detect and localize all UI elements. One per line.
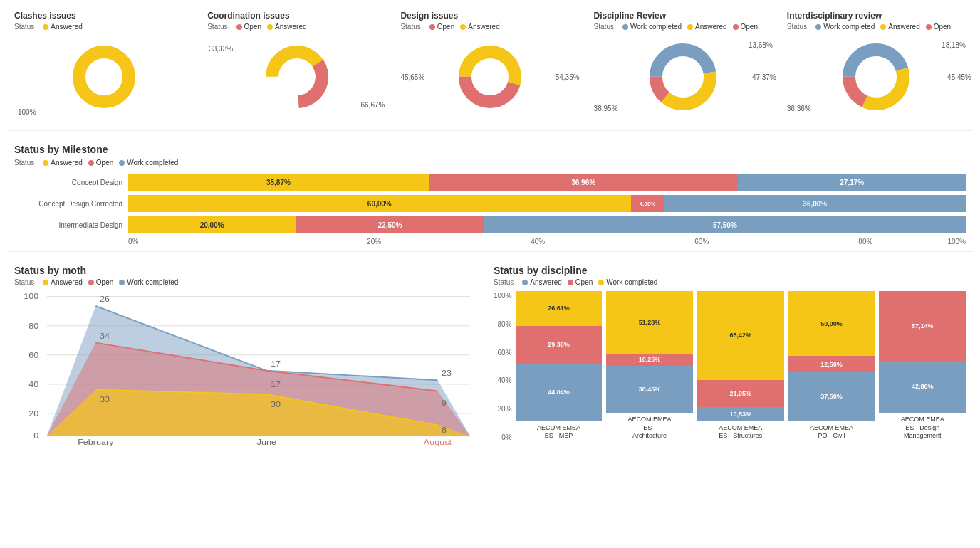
discipline-chart-section: Status by discipline Status Answered Ope… [494,265,966,446]
milestone-label-3: Intermediate Design [14,221,128,229]
milestone-label-2: Concept Design Corrected [14,200,128,208]
clashes-legend: Status Answered [14,23,193,31]
civil-open: 12,50% [788,356,875,372]
y-80: 80% [498,320,512,328]
coordination-legend: Status Open Answered [207,23,386,31]
clashes-label-100: 100% [18,108,36,116]
disc-y-axis: 100% 80% 60% 40% 20% 0% [494,292,516,441]
x-tick-0: 0% [128,238,292,246]
x-tick-40: 40% [456,238,620,246]
milestone-bar-row-3: Intermediate Design 20,00% 22,50% 57,50% [14,216,966,233]
segment-wc-3: 57,50% [484,216,966,233]
design-section: Design issues Status Open Answered [393,7,586,123]
struct-open: 21,05% [697,380,784,407]
milestone-section: Status by Milestone Status Answered Open… [7,138,973,252]
discipline-donut: 13,68% 47,37% 38,95% [594,34,773,120]
x-tick-100: 100% [947,238,966,246]
m-open-dot [88,280,94,285]
svg-text:34: 34 [100,332,110,340]
dm-top: 57,14% [879,291,966,361]
open-dot4 [733,24,739,30]
mep-label: AECOM EMEAES - MEP [516,424,603,441]
inter-label-18: 18,18% [942,41,966,49]
coord-label-33: 33,33% [209,45,233,53]
svg-text:30: 30 [271,400,281,408]
svg-text:23: 23 [442,369,452,377]
discipline-chart-body: 100% 80% 60% 40% 20% 0% 26,61% [494,292,966,441]
milestone-bar-row-1: Concept Design 35,87% 36,96% 27,17% [14,174,966,191]
milestone-track-1: 35,87% 36,96% 27,17% [128,174,966,191]
month-chart-wrapper: 100 80 60 40 20 0 [14,290,486,446]
arch-ans: 38,46% [606,366,693,413]
svg-text:60: 60 [28,352,38,359]
dashboard: Clashes issues Status Answered 100% Coor… [0,0,980,459]
segment-open-3: 22,50% [296,216,484,233]
milestone-bar-chart: Concept Design 35,87% 36,96% 27,17% Conc… [14,174,966,246]
x-tick-60: 60% [620,238,783,246]
y-0: 0% [501,433,511,441]
wc-dot5 [815,24,821,30]
m-wc-dot [119,280,125,285]
month-title: Status by moth [14,265,486,276]
interdisciplinary-section: Interdisciplinary review Status Work com… [780,7,973,123]
bottom-row: Status by moth Status Answered Open Work… [7,259,973,452]
segment-wc-2: 36,00% [664,195,966,212]
segment-open-2: 4,00% [631,195,664,212]
open-dot [236,24,242,30]
ms-ans-dot [43,160,48,166]
mep-wc: 26,61% [516,291,603,326]
inter-label-45: 45,45% [947,73,971,81]
interdisciplinary-legend: Status Work completed Answered Open [787,23,966,31]
struct-ans: 10,53% [697,407,784,421]
coordination-section: Coordination issues Status Open Answered [200,7,393,123]
y-100: 100% [494,292,512,300]
discipline-section: Discipline Review Status Work completed … [587,7,780,123]
svg-text:100: 100 [24,293,38,300]
milestone-track-3: 20,00% 22,50% 57,50% [128,216,966,233]
milestone-bar-row-2: Concept Design Corrected 60,00% 4,00% 36… [14,195,966,212]
ms-open-dot [88,160,94,166]
clashes-donut: 100% [14,34,193,120]
coordination-donut: 33,33% 66,67% [207,34,386,120]
clashes-title: Clashes issues [14,11,193,21]
discipline-legend: Status Work completed Answered Open [594,23,773,31]
milestone-title: Status by Milestone [14,144,966,155]
x-tick-20: 20% [292,238,456,246]
disc-label-13: 13,68% [749,41,773,49]
arch-wc: 51,28% [606,291,693,354]
disc-label-38: 38,95% [594,105,618,112]
disc-bars-container: 26,61% 29,36% 44,04% AECOM EMEAES - MEP … [516,292,966,441]
x-axis: 0% 20% 40% 60% 80% 100% [128,238,966,246]
answered-dot3 [460,24,466,30]
disc-bar-dm: 57,14% 42,86% AECOM EMEAES - DesignManag… [879,291,966,441]
svg-text:20: 20 [28,410,38,418]
top-donut-row: Clashes issues Status Answered 100% Coor… [7,7,973,131]
y-20: 20% [498,405,512,413]
struct-wc: 68,42% [697,291,784,380]
segment-answered-2: 60,00% [128,195,631,212]
svg-text:17: 17 [271,360,281,368]
arch-label: AECOM EMEAES -Architecture [606,416,693,441]
coordination-title: Coordination issues [207,11,386,21]
m-ans-dot [43,280,48,285]
y-40: 40% [498,376,512,384]
coord-label-66: 66,67% [360,101,385,109]
disc-bar-struct: 68,42% 21,05% 10,53% AECOM EMEAES - Stru… [697,291,784,441]
svg-text:8: 8 [442,426,447,434]
y-60: 60% [498,349,512,357]
clashes-section: Clashes issues Status Answered 100% [7,7,200,123]
month-legend: Status Answered Open Work completed [14,278,486,286]
segment-answered-3: 20,00% [128,216,296,233]
svg-text:February: February [78,438,113,446]
disc-bar-civil: 50,00% 12,50% 37,50% AECOM EMEAPO - Civi… [788,291,875,441]
legend-item-answered: Answered [43,23,82,31]
dm-ans: 42,86% [879,361,966,413]
struct-label: AECOM EMEAES - Structures [697,424,784,441]
segment-open-1: 36,96% [429,174,739,191]
civil-ans: 37,50% [788,372,875,421]
d-open-dot [568,280,573,285]
svg-text:40: 40 [28,381,38,389]
mep-open: 29,36% [516,326,603,364]
mep-ans: 44,04% [516,364,603,421]
design-donut: 45,65% 54,35% [400,34,579,120]
